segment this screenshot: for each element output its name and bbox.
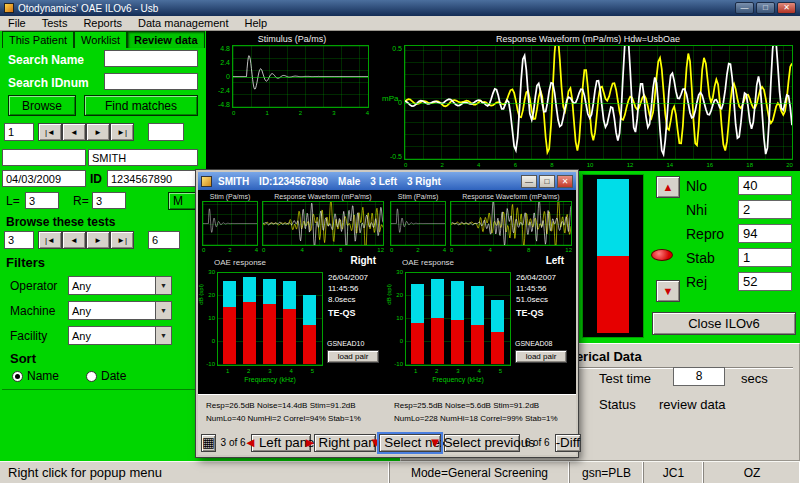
radio-sort-date[interactable]: Date xyxy=(86,369,126,383)
recording-time: 11:45:56 xyxy=(516,283,574,294)
filter-list: Operator Any ▼ Machine Any ▼ Facility An… xyxy=(0,273,206,348)
response-y-axis: 0.50-0.5 xyxy=(380,45,402,160)
tab-this-patient[interactable]: This Patient xyxy=(2,31,74,48)
dialog-title-bar[interactable]: SMITHID:1234567890Male3 Left3 Right — □ … xyxy=(198,172,576,190)
find-matches-button[interactable]: Find matches xyxy=(84,95,198,116)
first-record-button[interactable]: |◄ xyxy=(38,123,62,141)
tick-label: 0 xyxy=(390,247,393,254)
right-panel-button[interactable]: ►Right panel xyxy=(314,434,376,452)
radio-off-icon xyxy=(86,371,97,382)
stim-axis: 024 xyxy=(390,247,446,254)
stats-line-1: Resp=25.5dB Noise=5.6dB Stim=91.2dB xyxy=(394,399,576,412)
close-button[interactable]: ✕ xyxy=(777,2,796,14)
menu-item[interactable]: Tests xyxy=(34,16,76,30)
first-test-button[interactable]: |◄ xyxy=(38,231,62,249)
stim-chart-title: Stim (Pa/ms) xyxy=(200,192,260,201)
surname-input[interactable] xyxy=(88,149,198,166)
left-count-input[interactable] xyxy=(25,192,59,209)
test-index-input[interactable] xyxy=(4,231,34,249)
dialog-minimize-button[interactable]: — xyxy=(521,175,537,188)
meter-noise-segment xyxy=(597,256,629,333)
pages-icon-button[interactable]: ▦ xyxy=(201,434,216,452)
next-record-button[interactable]: ► xyxy=(86,123,110,141)
diff-button[interactable]: -Diff xyxy=(555,434,581,452)
previous-test-button[interactable]: ◄ xyxy=(62,231,86,249)
response-plot xyxy=(404,45,793,160)
radio-sort-name[interactable]: Name xyxy=(12,369,59,383)
filter-select[interactable]: Any ▼ xyxy=(68,301,172,320)
filter-row: Facility Any ▼ xyxy=(0,323,206,348)
menu-item[interactable]: Data management xyxy=(130,16,237,30)
date-input[interactable] xyxy=(2,170,86,187)
dialog-close-button[interactable]: ✕ xyxy=(557,175,573,188)
title-bar[interactable]: Otodynamics' OAE ILOv6 - Usb — □ ✕ xyxy=(0,0,800,16)
chevron-down-icon[interactable]: ▼ xyxy=(155,277,171,294)
right-count-input[interactable] xyxy=(92,192,126,209)
response-chart-title: Response Waveform (mPa/ms) xyxy=(260,192,386,201)
status-jc1: JC1 xyxy=(644,462,704,483)
chevron-down-icon[interactable]: ▼ xyxy=(155,327,171,344)
load-pair-button[interactable]: load pair xyxy=(327,350,379,363)
ear-label: Right xyxy=(350,255,376,266)
chevron-down-icon[interactable]: ▼ xyxy=(155,302,171,319)
tick-label: 4 xyxy=(300,247,303,254)
minimize-button[interactable]: — xyxy=(735,2,754,14)
recording-info: 26/04/2007 11:45:56 8.0secs TE-QS xyxy=(328,272,386,319)
search-idnum-input[interactable] xyxy=(104,73,198,90)
last-record-button[interactable]: ►| xyxy=(110,123,134,141)
last-test-button[interactable]: ►| xyxy=(110,231,134,249)
tick-label: 3 xyxy=(456,368,459,374)
menu-item[interactable]: Reports xyxy=(75,16,130,30)
filter-select[interactable]: Any ▼ xyxy=(68,326,172,345)
close-ilov6-button[interactable]: Close ILOv6 xyxy=(652,312,796,335)
tick-label: 0 xyxy=(262,247,265,254)
analysis-stats: Nlo 40 Nhi 2 Repro 94 Stab 1 Rej 52 xyxy=(686,176,798,296)
tick-label: 3 xyxy=(268,368,271,374)
tab-review-data[interactable]: Review data xyxy=(127,31,205,48)
tick-label: 2 xyxy=(299,109,302,117)
dialog-maximize-button[interactable]: □ xyxy=(539,175,555,188)
browse-button[interactable]: Browse xyxy=(8,95,76,116)
menu-item[interactable]: File xyxy=(0,16,34,30)
tick-label: 2 xyxy=(441,161,444,169)
status-label: Status xyxy=(599,397,636,412)
next-test-button[interactable]: ► xyxy=(86,231,110,249)
filter-select[interactable]: Any ▼ xyxy=(68,276,172,295)
stats-line-2: NumLo=228 NumHi=18 Correl=99% Stab=1% xyxy=(394,412,576,425)
record-index-input[interactable] xyxy=(4,123,34,141)
stim-chart xyxy=(390,201,446,246)
record-count-field[interactable] xyxy=(148,123,184,141)
stimulus-waveform xyxy=(391,202,445,245)
tick-label: 2 xyxy=(247,368,250,374)
menu-item[interactable]: Help xyxy=(236,16,275,30)
select-previous-button[interactable]: ▼Select previous xyxy=(444,434,520,452)
test-total-field[interactable] xyxy=(148,231,180,249)
filter-value: Any xyxy=(69,330,155,342)
right-count-label: R= xyxy=(73,194,89,208)
tab-worklist[interactable]: Worklist xyxy=(74,31,127,48)
oae-y-axis: 3020100-10 xyxy=(204,269,215,367)
tick-label: 12 xyxy=(627,161,634,169)
dialog-title-part: 3 Right xyxy=(407,176,441,187)
filter-label: Machine xyxy=(10,304,68,318)
previous-record-button[interactable]: ◄ xyxy=(62,123,86,141)
maximize-button[interactable]: □ xyxy=(756,2,775,14)
review-dialog: SMITHID:1234567890Male3 Left3 Right — □ … xyxy=(196,170,578,457)
noise-bar xyxy=(451,320,464,364)
status-value: review data xyxy=(659,397,725,412)
meter-down-button[interactable]: ▼ xyxy=(656,280,680,302)
app-window: Otodynamics' OAE ILOv6 - Usb — □ ✕ FileT… xyxy=(0,0,800,483)
search-name-input[interactable] xyxy=(104,50,198,67)
left-panel-button[interactable]: ◄Left panel xyxy=(251,434,311,452)
page-indicator-2: 6 of 6 xyxy=(523,437,552,448)
tick-label: 20 xyxy=(396,292,403,298)
left-ear-stats: Resp=25.5dB Noise=5.6dB Stim=91.2dB NumL… xyxy=(394,399,576,425)
status-message: Right click for popup menu xyxy=(0,462,390,483)
first-name-input[interactable] xyxy=(2,149,86,166)
load-pair-button[interactable]: load pair xyxy=(515,350,567,363)
bar-group xyxy=(240,273,260,365)
meter-up-button[interactable]: ▲ xyxy=(656,176,680,198)
stat-value: 2 xyxy=(738,200,792,219)
id-input[interactable] xyxy=(107,170,198,187)
tick-label: 10 xyxy=(396,315,403,321)
